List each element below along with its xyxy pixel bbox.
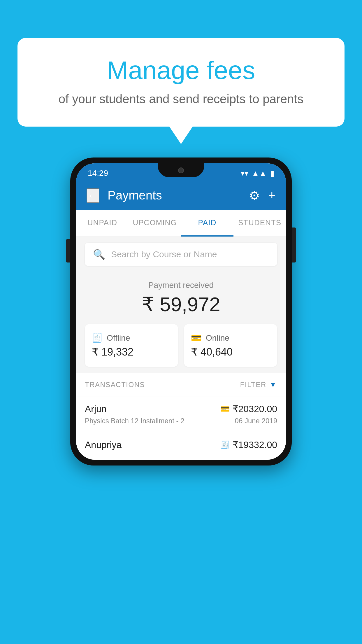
camera-lens — [178, 167, 184, 173]
phone-notch — [158, 163, 204, 177]
bubble-subtitle: of your students and send receipts to pa… — [41, 92, 321, 106]
offline-icon: 🧾 — [92, 333, 103, 343]
search-placeholder: Search by Course or Name — [111, 249, 217, 259]
speech-bubble-container: Manage fees of your students and send re… — [17, 38, 345, 144]
payment-cards-row: 🧾 Offline ₹ 19,332 💳 Online ₹ 40,640 — [85, 324, 277, 367]
speech-bubble: Manage fees of your students and send re… — [17, 38, 345, 127]
online-label: Online — [206, 333, 229, 343]
phone-screen: 14:29 ▾▾ ▲▲ ▮ ← Payments ⚙ + UNPAID UP — [76, 163, 286, 460]
offline-amount: ₹ 19,332 — [92, 346, 133, 358]
online-card-header: 💳 Online — [191, 333, 229, 343]
search-section: 🔍 Search by Course or Name — [76, 237, 286, 272]
transaction-top: Arjun 💳 ₹20320.00 — [85, 403, 277, 414]
filter-label: FILTER — [240, 381, 266, 389]
transactions-label: TRANSACTIONS — [85, 381, 145, 389]
transaction-top-2: Anupriya 🧾 ₹19332.00 — [85, 439, 277, 450]
filter-icon: ▼ — [269, 380, 277, 389]
status-time: 14:29 — [88, 169, 108, 178]
search-icon: 🔍 — [93, 249, 105, 260]
page-title: Payments — [108, 188, 241, 202]
offline-card-header: 🧾 Offline — [92, 333, 130, 343]
transaction-amount-wrap: 💳 ₹20320.00 — [220, 403, 277, 414]
transaction-amount-wrap-2: 🧾 ₹19332.00 — [220, 439, 277, 450]
battery-icon: ▮ — [270, 169, 274, 178]
transaction-date: 06 June 2019 — [235, 417, 277, 425]
tab-unpaid[interactable]: UNPAID — [76, 210, 129, 237]
online-icon: 💳 — [191, 333, 202, 343]
filter-button[interactable]: FILTER ▼ — [240, 380, 277, 389]
offline-payment-card: 🧾 Offline ₹ 19,332 — [85, 324, 178, 367]
status-icons-group: ▾▾ ▲▲ ▮ — [241, 169, 274, 178]
total-payment-amount: ₹ 59,972 — [85, 293, 277, 316]
phone-outer-frame: 14:29 ▾▾ ▲▲ ▮ ← Payments ⚙ + UNPAID UP — [70, 158, 292, 466]
transaction-name-2: Anupriya — [85, 440, 122, 450]
phone-device: 14:29 ▾▾ ▲▲ ▮ ← Payments ⚙ + UNPAID UP — [70, 158, 292, 466]
wifi-icon: ▾▾ — [241, 169, 248, 178]
transaction-amount-2: ₹19332.00 — [233, 439, 277, 450]
bubble-tail — [169, 127, 193, 144]
online-amount: ₹ 40,640 — [191, 346, 233, 358]
add-button[interactable]: + — [268, 188, 275, 202]
transaction-row-anupriya[interactable]: Anupriya 🧾 ₹19332.00 — [76, 432, 286, 460]
payment-summary: Payment received ₹ 59,972 🧾 Offline ₹ 19… — [76, 272, 286, 373]
payment-received-label: Payment received — [85, 281, 277, 290]
back-button[interactable]: ← — [87, 188, 99, 203]
bubble-title: Manage fees — [41, 55, 321, 85]
online-payment-card: 💳 Online ₹ 40,640 — [184, 324, 277, 367]
transaction-bottom: Physics Batch 12 Installment - 2 06 June… — [85, 417, 277, 425]
settings-button[interactable]: ⚙ — [249, 188, 260, 203]
transaction-amount: ₹20320.00 — [233, 403, 277, 414]
transaction-name: Arjun — [85, 404, 107, 414]
offline-label: Offline — [107, 333, 130, 343]
search-bar[interactable]: 🔍 Search by Course or Name — [85, 243, 277, 266]
transaction-payment-icon: 💳 — [220, 405, 230, 414]
transactions-header: TRANSACTIONS FILTER ▼ — [76, 373, 286, 396]
app-header: ← Payments ⚙ + — [76, 181, 286, 210]
tabs-bar: UNPAID UPCOMING PAID STUDENTS — [76, 210, 286, 237]
transaction-course: Physics Batch 12 Installment - 2 — [85, 417, 184, 425]
transaction-payment-icon-2: 🧾 — [220, 440, 230, 449]
transaction-row-arjun[interactable]: Arjun 💳 ₹20320.00 Physics Batch 12 Insta… — [76, 396, 286, 432]
tab-paid[interactable]: PAID — [181, 210, 233, 237]
tab-upcoming[interactable]: UPCOMING — [129, 210, 181, 237]
header-action-icons: ⚙ + — [249, 188, 275, 203]
tab-students[interactable]: STUDENTS — [233, 210, 286, 237]
signal-icon: ▲▲ — [252, 169, 267, 178]
